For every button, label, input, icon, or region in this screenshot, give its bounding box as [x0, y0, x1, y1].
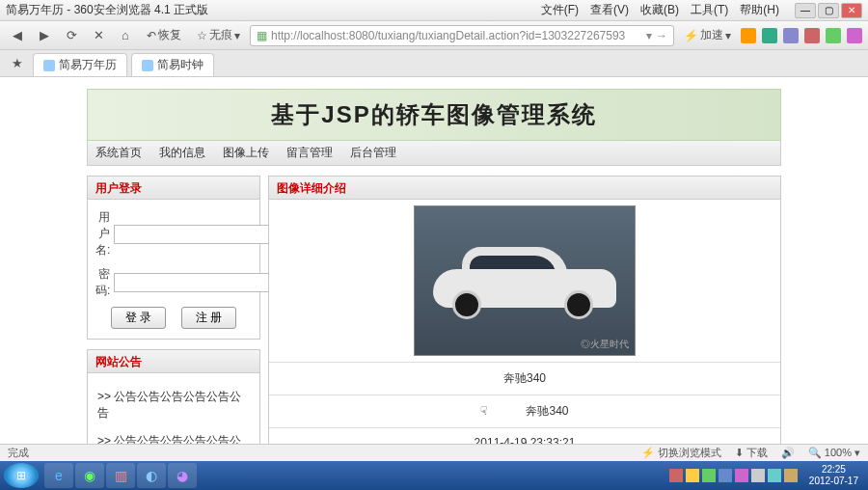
- tray-icon[interactable]: [686, 469, 699, 482]
- task-eclipse[interactable]: ◕: [168, 463, 197, 488]
- restore-button[interactable]: ↶ 恢复: [141, 27, 187, 43]
- clock-date: 2012-07-17: [809, 476, 858, 487]
- cursor-icon: ☟: [480, 404, 487, 418]
- url-input[interactable]: [271, 29, 642, 42]
- tray-icon[interactable]: [669, 469, 683, 482]
- register-button[interactable]: 注 册: [181, 307, 236, 329]
- login-panel: 用户登录 用户名: 密 码: 登 录: [87, 176, 260, 340]
- detail-desc: 奔驰340: [526, 404, 568, 418]
- password-label: 密 码:: [95, 266, 110, 299]
- nav-upload[interactable]: 图像上传: [223, 145, 269, 161]
- nav-home[interactable]: 系统首页: [95, 145, 142, 161]
- notice-panel-title: 网站公告: [88, 350, 259, 373]
- accelerate-button[interactable]: ⚡ 加速 ▾: [678, 27, 737, 43]
- password-input[interactable]: [114, 273, 286, 292]
- status-text: 完成: [8, 446, 29, 460]
- menu-help[interactable]: 帮助(H): [740, 2, 779, 18]
- tray-icon[interactable]: [784, 469, 798, 482]
- menu-tools[interactable]: 工具(T): [691, 2, 728, 18]
- favicon-icon: [142, 60, 153, 71]
- task-app1[interactable]: ▥: [106, 463, 135, 488]
- nav-message[interactable]: 留言管理: [286, 145, 333, 161]
- tab-2-label: 简易时钟: [157, 57, 203, 73]
- tab-1[interactable]: 简易万年历: [33, 53, 127, 76]
- banner-title: 基于JSP的轿车图像管理系统: [271, 99, 596, 130]
- window-menu: 文件(F) 查看(V) 收藏(B) 工具(T) 帮助(H): [541, 2, 787, 18]
- window-titlebar: 简易万年历 - 360安全浏览器 4.1 正式版 文件(F) 查看(V) 收藏(…: [0, 0, 868, 21]
- nav-admin[interactable]: 后台管理: [350, 145, 396, 161]
- download-button[interactable]: ⬇ 下载: [735, 446, 768, 460]
- detail-desc-row: ☟奔驰340: [269, 395, 780, 427]
- nav-myinfo[interactable]: 我的信息: [159, 145, 205, 161]
- viewport: https://www.huzhan.com/ishop39397 基于JSP的…: [0, 77, 868, 444]
- favorites-icon[interactable]: ★: [6, 52, 29, 75]
- switch-mode-button[interactable]: ⚡ 切换浏览模式: [641, 446, 721, 460]
- menu-file[interactable]: 文件(F): [541, 2, 579, 18]
- ext-icon-6[interactable]: [847, 28, 862, 43]
- notice-panel: 网站公告 >> 公告公告公告公告公告公告 >> 公告公告公告公告公告公告 >> …: [87, 349, 260, 444]
- tray-icon[interactable]: [768, 469, 781, 482]
- minimize-button[interactable]: —: [795, 3, 816, 18]
- page-banner: 基于JSP的轿车图像管理系统: [87, 89, 781, 141]
- car-image: ◎火星时代: [414, 205, 636, 356]
- detail-name: 奔驰340: [269, 362, 780, 395]
- task-ie[interactable]: e: [44, 463, 73, 488]
- username-label: 用户名:: [95, 209, 110, 259]
- notice-item[interactable]: >> 公告公告公告公告公告公告: [95, 427, 252, 444]
- tab-2[interactable]: 简易时钟: [131, 53, 214, 76]
- menu-view[interactable]: 查看(V): [590, 2, 629, 18]
- ext-icon-5[interactable]: [826, 28, 841, 43]
- detail-image-area: ◎火星时代: [269, 200, 780, 362]
- taskbar-clock[interactable]: 22:25 2012-07-17: [803, 464, 864, 487]
- login-panel-title: 用户登录: [88, 177, 259, 200]
- system-tray: 22:25 2012-07-17: [669, 464, 864, 487]
- forward-button[interactable]: ▶: [33, 24, 56, 47]
- image-watermark: ◎火星时代: [581, 338, 629, 351]
- favicon-icon: [43, 60, 55, 71]
- task-360[interactable]: ◉: [75, 463, 104, 488]
- browser-statusbar: 完成 ⚡ 切换浏览模式 ⬇ 下载 🔊 🔍 100% ▾: [0, 444, 868, 461]
- dropdown-icon[interactable]: ▾: [646, 29, 652, 42]
- sound-icon[interactable]: 🔊: [781, 447, 795, 459]
- clock-time: 22:25: [809, 464, 858, 476]
- ext-icon-2[interactable]: [762, 28, 777, 43]
- notice-item[interactable]: >> 公告公告公告公告公告公告: [95, 383, 252, 427]
- detail-date: 2011-4-19 23:33:21: [269, 427, 780, 444]
- ext-icon-3[interactable]: [783, 28, 799, 43]
- maximize-button[interactable]: ▢: [818, 3, 839, 18]
- back-button[interactable]: ◀: [6, 24, 29, 47]
- task-app2[interactable]: ◐: [137, 463, 166, 488]
- tab-1-label: 简易万年历: [59, 57, 117, 73]
- home-button[interactable]: ⌂: [114, 24, 137, 47]
- ext-icon-4[interactable]: [804, 28, 820, 43]
- tray-icon[interactable]: [751, 469, 765, 482]
- windows-taskbar: ⊞ e ◉ ▥ ◐ ◕ 22:25 2012-07-17: [0, 461, 868, 490]
- detail-panel: 图像详细介绍 ◎火星时代: [268, 176, 781, 444]
- address-bar[interactable]: ▦ ▾ →: [250, 25, 674, 46]
- start-button[interactable]: ⊞: [4, 463, 39, 488]
- tray-icon[interactable]: [719, 469, 732, 482]
- zoom-level[interactable]: 🔍 100% ▾: [808, 447, 860, 459]
- tray-icon[interactable]: [702, 469, 716, 482]
- window-title: 简易万年历 - 360安全浏览器 4.1 正式版: [6, 2, 541, 18]
- close-button[interactable]: ✕: [841, 3, 862, 18]
- detail-panel-title: 图像详细介绍: [269, 177, 780, 200]
- tab-bar: ★ 简易万年历 简易时钟: [0, 50, 868, 77]
- ext-icon-1[interactable]: [741, 28, 756, 43]
- menu-fav[interactable]: 收藏(B): [640, 2, 679, 18]
- browser-toolbar: ◀ ▶ ⟳ ✕ ⌂ ↶ 恢复 ☆ 无痕 ▾ ▦ ▾ → ⚡ 加速 ▾: [0, 21, 868, 50]
- page-icon: ▦: [257, 29, 267, 42]
- stop-button[interactable]: ✕: [87, 24, 110, 47]
- username-input[interactable]: [114, 225, 286, 244]
- site-nav: 系统首页 我的信息 图像上传 留言管理 后台管理: [87, 141, 781, 166]
- tray-icon[interactable]: [735, 469, 748, 482]
- login-button[interactable]: 登 录: [111, 307, 166, 329]
- go-button[interactable]: →: [656, 29, 667, 42]
- incognito-button[interactable]: ☆ 无痕 ▾: [191, 27, 246, 43]
- reload-button[interactable]: ⟳: [60, 24, 83, 47]
